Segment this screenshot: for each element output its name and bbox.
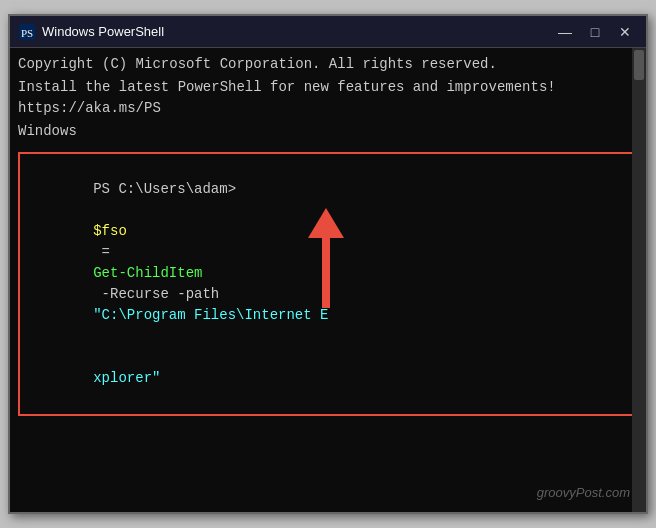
copyright-line: Copyright (C) Microsoft Corporation. All… — [18, 54, 638, 75]
scrollbar-thumb[interactable] — [634, 50, 644, 80]
scrollbar[interactable] — [632, 48, 646, 512]
command-path: "C:\Program Files\Internet E — [93, 307, 328, 323]
command-path2: xplorer" — [93, 370, 160, 386]
svg-text:PS: PS — [21, 27, 33, 39]
prompt: PS C:\Users\adam> — [93, 181, 236, 197]
powershell-icon: PS — [18, 23, 36, 41]
command-line: PS C:\Users\adam> $fso = Get-ChildItem -… — [26, 158, 626, 347]
command-params: -Recurse -path — [93, 286, 227, 302]
minimize-button[interactable]: — — [552, 21, 578, 43]
maximize-button[interactable]: □ — [582, 21, 608, 43]
powershell-window: PS Windows PowerShell — □ ✕ Copyright (C… — [8, 14, 648, 514]
watermark: groovyPost.com — [537, 483, 630, 503]
command-assign: = — [93, 244, 118, 260]
command-box: PS C:\Users\adam> $fso = Get-ChildItem -… — [18, 152, 634, 416]
windows-line: Windows — [18, 121, 638, 142]
window-title: Windows PowerShell — [42, 24, 164, 39]
command-line-2: xplorer" — [26, 347, 626, 410]
command-var: $fso — [93, 223, 127, 239]
title-bar-left: PS Windows PowerShell — [18, 23, 164, 41]
install-line: Install the latest PowerShell for new fe… — [18, 77, 638, 119]
title-bar: PS Windows PowerShell — □ ✕ — [10, 16, 646, 48]
command-cmd: Get-ChildItem — [93, 265, 202, 281]
window-controls: — □ ✕ — [552, 21, 638, 43]
terminal-body[interactable]: Copyright (C) Microsoft Corporation. All… — [10, 48, 646, 512]
close-button[interactable]: ✕ — [612, 21, 638, 43]
